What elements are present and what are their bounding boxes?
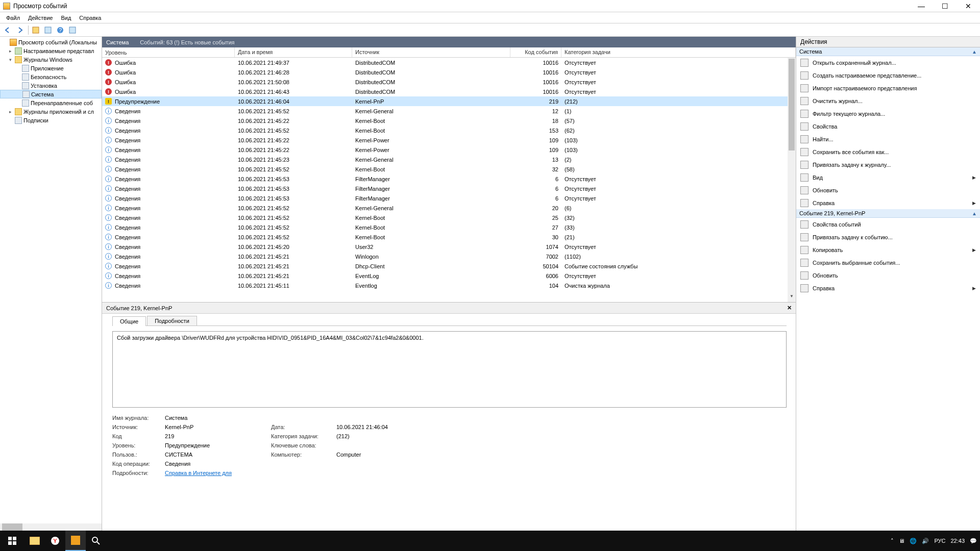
tree-security[interactable]: Безопасность [0,72,102,81]
action-icon [800,284,808,292]
menu-file[interactable]: Файл [2,14,24,22]
event-row[interactable]: !Предупреждение10.06.2021 21:46:04Kernel… [102,96,796,106]
event-row[interactable]: iСведения10.06.2021 21:45:53FilterManage… [102,174,796,184]
menu-help[interactable]: Справка [75,14,105,22]
event-row[interactable]: iСведения10.06.2021 21:45:53FilterManage… [102,193,796,203]
back-button[interactable] [2,24,13,36]
action-item[interactable]: Открыть сохраненный журнал... [796,56,980,69]
event-row[interactable]: !Ошибка10.06.2021 21:49:37DistributedCOM… [102,58,796,67]
action-item[interactable]: Обновить [796,269,980,282]
svg-rect-7 [8,541,12,545]
action-item[interactable]: Обновить [796,184,980,196]
event-row[interactable]: !Ошибка10.06.2021 21:50:08DistributedCOM… [102,77,796,87]
close-button[interactable]: ✕ [957,0,980,12]
tb-panel2-icon[interactable] [67,24,78,36]
action-item[interactable]: Создать настраиваемое представление... [796,69,980,82]
action-item[interactable]: Сохранить выбранные события... [796,256,980,269]
menu-view[interactable]: Вид [57,14,75,22]
tree-label: Установка [31,83,57,89]
tray-lang[interactable]: РУС [934,538,945,544]
maximize-button[interactable]: ☐ [933,0,957,12]
event-row[interactable]: iСведения10.06.2021 21:45:52Kernel-Boot3… [102,164,796,174]
action-item[interactable]: Фильтр текущего журнала... [796,107,980,120]
tray-time[interactable]: 22:43 [950,538,965,544]
event-row[interactable]: iСведения10.06.2021 21:45:52Kernel-Gener… [102,106,796,116]
event-row[interactable]: iСведения10.06.2021 21:45:52Kernel-Boot2… [102,222,796,232]
action-icon [800,259,808,267]
action-item[interactable]: Свойства [796,120,980,133]
tb-show-tree-icon[interactable] [30,24,41,36]
tray-volume-icon[interactable]: 🔊 [922,538,929,544]
event-row[interactable]: !Ошибка10.06.2021 21:46:28DistributedCOM… [102,67,796,77]
action-item[interactable]: Свойства событий [796,218,980,231]
col-code[interactable]: Код события [510,47,561,57]
event-row[interactable]: iСведения10.06.2021 21:45:22Kernel-Boot1… [102,116,796,126]
tree-h-scrollbar[interactable] [0,523,102,531]
actions-header: Действия [796,37,980,47]
action-item[interactable]: Привязать задачу к журналу... [796,158,980,171]
tree-forwarded[interactable]: Перенаправленные соб [0,98,102,107]
tree-root[interactable]: Просмотр событий (Локальны [0,38,102,46]
event-row[interactable]: !Ошибка10.06.2021 21:46:43DistributedCOM… [102,87,796,96]
tree-apps-services[interactable]: ▸Журналы приложений и сл [0,107,102,116]
event-row[interactable]: iСведения10.06.2021 21:45:52Kernel-Boot3… [102,232,796,242]
tree-subscriptions[interactable]: Подписки [0,116,102,124]
collapse-icon[interactable]: ▲ [972,211,977,216]
tab-details[interactable]: Подробности [147,316,197,325]
event-row[interactable]: iСведения10.06.2021 21:45:20User321074От… [102,242,796,252]
tree-label: Настраиваемые представл [23,48,94,54]
collapse-icon[interactable]: ▲ [972,49,977,55]
task-yandex-icon[interactable]: Y [45,531,65,551]
minimize-button[interactable]: — [910,0,933,12]
lbl-more: Подробности: [112,470,161,476]
action-item[interactable]: Импорт настраиваемого представления [796,82,980,94]
event-row[interactable]: iСведения10.06.2021 21:45:53FilterManage… [102,184,796,193]
val-keywords [336,442,438,448]
action-item[interactable]: Вид▶ [796,171,980,184]
tray-chevron-icon[interactable]: ˄ [891,538,894,544]
forward-button[interactable] [14,24,26,36]
tray-notifications-icon[interactable]: 💬 [970,538,977,544]
action-item[interactable]: Сохранить все события как... [796,145,980,158]
tree-setup[interactable]: Установка [0,81,102,90]
menu-action[interactable]: Действие [24,14,57,22]
detail-help-link[interactable]: Справка в Интернете для [165,470,267,476]
start-button[interactable] [0,531,24,551]
action-item[interactable]: Копировать▶ [796,243,980,256]
event-v-scrollbar[interactable]: ▲▼ [788,58,796,302]
tb-panel1-icon[interactable] [42,24,54,36]
tray-network-icon[interactable]: 🌐 [910,538,917,544]
task-eventviewer-icon[interactable] [65,531,86,551]
col-level[interactable]: Уровень [102,47,235,57]
tree-custom-views[interactable]: ▸Настраиваемые представл [0,46,102,55]
tree-system[interactable]: Система [0,90,102,98]
event-row[interactable]: iСведения10.06.2021 21:45:22Kernel-Power… [102,145,796,155]
event-row[interactable]: iСведения10.06.2021 21:45:11Eventlog104О… [102,281,796,290]
col-source[interactable]: Источник [352,47,510,57]
action-item[interactable]: Найти... [796,133,980,145]
action-item[interactable]: Очистить журнал... [796,94,980,107]
tab-general[interactable]: Общие [112,316,146,326]
col-date[interactable]: Дата и время [235,47,352,57]
event-row[interactable]: iСведения10.06.2021 21:45:23Kernel-Gener… [102,155,796,164]
tree-application[interactable]: Приложение [0,64,102,72]
info-icon: i [105,205,112,211]
tb-help-icon[interactable]: ? [55,24,66,36]
event-row[interactable]: iСведения10.06.2021 21:45:21Winlogon7002… [102,252,796,261]
action-item[interactable]: Справка▶ [796,282,980,294]
event-row[interactable]: iСведения10.06.2021 21:45:52Kernel-Boot1… [102,126,796,135]
action-item[interactable]: Привязать задачу к событию... [796,231,980,243]
col-category[interactable]: Категория задачи [561,47,796,57]
task-explorer-icon[interactable] [24,531,45,551]
action-item[interactable]: Справка▶ [796,196,980,209]
tray-monitor-icon[interactable]: 🖥 [899,538,904,544]
tree-windows-logs[interactable]: ▾Журналы Windows [0,55,102,64]
detail-close-icon[interactable]: ✕ [787,305,792,311]
event-row[interactable]: iСведения10.06.2021 21:45:52Kernel-Gener… [102,203,796,213]
event-row[interactable]: iСведения10.06.2021 21:45:21EventLog6006… [102,271,796,281]
event-row[interactable]: iСведения10.06.2021 21:45:52Kernel-Boot2… [102,213,796,222]
task-search-icon[interactable] [86,531,106,551]
event-row[interactable]: iСведения10.06.2021 21:45:21Dhcp-Client5… [102,261,796,271]
val-computer: Computer [336,452,438,458]
event-row[interactable]: iСведения10.06.2021 21:45:22Kernel-Power… [102,135,796,145]
